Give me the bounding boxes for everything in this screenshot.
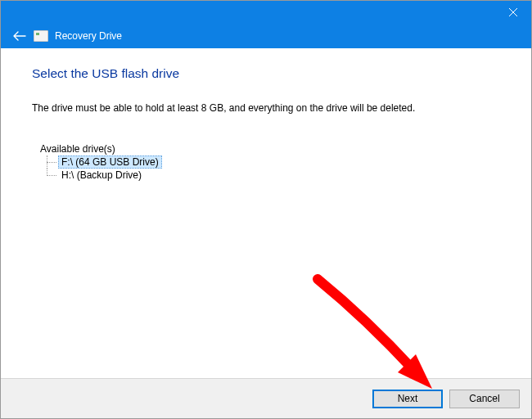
drive-item[interactable]: F:\ (64 GB USB Drive) xyxy=(58,155,162,169)
back-button[interactable] xyxy=(12,29,27,43)
footer: Next Cancel xyxy=(1,378,531,418)
page-description: The drive must be able to hold at least … xyxy=(32,102,500,114)
tree-connector-icon xyxy=(43,155,58,169)
page-heading: Select the USB flash drive xyxy=(32,66,500,81)
wizard-window: Recovery Drive Select the USB flash driv… xyxy=(0,0,532,419)
close-button[interactable] xyxy=(494,1,531,24)
titlebar xyxy=(1,1,531,24)
subheader: Recovery Drive xyxy=(1,24,531,48)
recovery-drive-icon xyxy=(34,30,48,42)
content-area: Select the USB flash drive The drive mus… xyxy=(1,48,531,378)
back-arrow-icon xyxy=(13,31,26,41)
next-button[interactable]: Next xyxy=(372,390,443,408)
cancel-button[interactable]: Cancel xyxy=(449,390,520,408)
drive-item-row: F:\ (64 GB USB Drive) xyxy=(43,155,500,169)
drive-item[interactable]: H:\ (Backup Drive) xyxy=(58,169,145,182)
drives-list-label: Available drive(s) xyxy=(40,143,500,155)
app-title: Recovery Drive xyxy=(55,31,122,41)
tree-connector-icon xyxy=(43,169,58,182)
drive-item-row: H:\ (Backup Drive) xyxy=(43,169,500,182)
close-icon xyxy=(509,8,517,16)
drives-list: F:\ (64 GB USB Drive) H:\ (Backup Drive) xyxy=(43,155,500,182)
